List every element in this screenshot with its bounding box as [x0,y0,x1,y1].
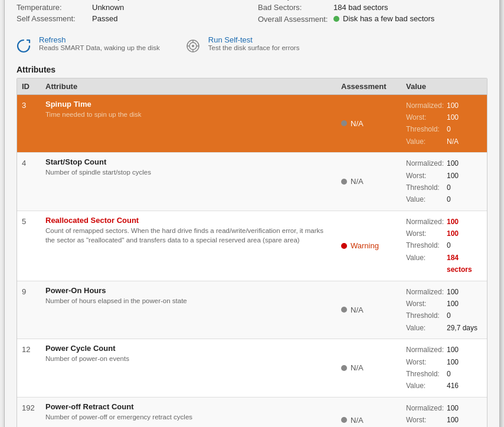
value-line: Threshold:0 [406,182,482,193]
value-line: Worst:100 [406,298,482,310]
powered-on-value: 29,7 days [92,0,125,1]
smart-dialog: 120 GB Solid-State Disk (ATA INTEL SSDSC… [4,0,500,427]
value-line: Worst:100 [406,228,482,239]
assessment-text: N/A [351,177,364,186]
cell-id: 192 [17,397,41,427]
value-line: Threshold:0 [406,123,482,135]
attribute-desc: Count of remapped sectors. When the hard… [45,226,332,245]
assessment-dot-icon [341,179,347,185]
cell-attribute: Reallocated Sector CountCount of remappe… [41,211,336,281]
overall-assessment-row: Overall Assessment: Disk has a few bad s… [258,13,487,25]
temperature-value: Unknown [92,3,124,12]
value-line: Normalized:100 [406,216,482,228]
svg-point-2 [192,45,194,47]
cell-value: Normalized:100Worst:100Threshold:0Value:… [401,339,487,398]
attribute-name: Power-off Retract Count [45,402,332,411]
assessment-dot-icon [341,243,347,249]
cell-value: Normalized:100Worst:100Threshold:0 [401,397,487,427]
attribute-desc: Number of power-off or emergency retract… [45,412,332,422]
table-row: 5Reallocated Sector CountCount of remapp… [17,211,487,281]
temperature-label: Temperature: [17,3,87,12]
value-line: Normalized:100 [406,402,482,414]
value-line: Value:0 [406,193,482,205]
bad-sectors-value: 184 bad sectors [333,3,388,12]
green-dot-icon [333,16,339,22]
attribute-desc: Number of power-on events [45,354,332,363]
value-line: Normalized:100 [406,100,482,111]
selftest-icon [184,37,202,55]
cell-assessment: N/A [336,153,401,211]
attributes-table: ID Attribute Assessment Value 3Spinup Ti… [17,78,487,427]
col-header-value: Value [401,78,487,95]
cell-attribute: Power Cycle CountNumber of power-on even… [41,339,336,398]
cell-id: 4 [17,153,41,211]
refresh-button[interactable]: Refresh Reads SMART Data, waking up the … [14,35,160,55]
cell-attribute: Power-off Retract CountNumber of power-o… [41,397,336,427]
cell-attribute: Power-On HoursNumber of hours elapsed in… [41,281,336,339]
value-line: Value:416 [406,380,482,392]
self-assessment-label: Self Assessment: [17,14,87,23]
self-assessment-row: Self Assessment: Passed [17,13,246,24]
value-line: Normalized:100 [406,286,482,298]
info-right: Self-tests: Completed OK Power Cycles: 4… [258,0,487,25]
attributes-heading: Attributes [5,63,499,78]
value-line: Value:29,7 days [406,322,482,334]
self-assessment-value: Passed [92,14,117,23]
bad-sectors-row: Bad Sectors: 184 bad sectors [258,2,487,13]
overall-assessment-label: Overall Assessment: [258,15,329,24]
value-line: Normalized:100 [406,157,482,169]
assessment-text: N/A [351,119,364,128]
table-header-row: ID Attribute Assessment Value [17,78,487,95]
col-header-attribute: Attribute [41,78,336,95]
value-line: Threshold:0 [406,239,482,251]
cell-assessment: N/A [336,94,401,153]
col-header-id: ID [17,78,41,95]
cell-assessment: N/A [336,339,401,398]
attributes-table-container: ID Attribute Assessment Value 3Spinup Ti… [17,78,487,427]
cell-value: Normalized:100Worst:100Threshold:0Value:… [401,153,487,211]
cell-assessment: N/A [336,397,401,427]
table-row: 192Power-off Retract CountNumber of powe… [17,397,487,427]
value-line: Worst:100 [406,356,482,368]
attribute-name: Start/Stop Count [45,157,332,166]
cell-value: Normalized:100Worst:100Threshold:0Value:… [401,281,487,339]
value-line: Threshold:0 [406,310,482,321]
selftest-title: Run Self-test [208,35,300,44]
value-line: Value:184 sectors [406,252,482,276]
refresh-icon [14,37,33,55]
attribute-desc: Time needed to spin up the disk [45,110,332,119]
powered-on-label: Powered On: [17,0,87,1]
attribute-desc: Number of spindle start/stop cycles [45,167,332,177]
actions-section: Refresh Reads SMART Data, waking up the … [5,31,499,63]
value-line: Normalized:100 [406,344,482,356]
assessment-text: N/A [351,416,364,425]
refresh-desc: Reads SMART Data, waking up the disk [39,44,160,51]
cell-value: Normalized:100Worst:100Threshold:0Value:… [401,211,487,281]
power-cycles-label: Power Cycles: [258,0,329,1]
assessment-dot-icon [341,365,347,371]
assessment-dot-icon [341,120,347,126]
col-header-assessment: Assessment [336,78,401,95]
value-line: Worst:100 [406,111,482,123]
overall-assessment-value: Disk has a few bad sectors [333,14,434,23]
assessment-text: N/A [351,306,364,314]
table-row: 3Spinup TimeTime needed to spin up the d… [17,94,487,153]
table-row: 12Power Cycle CountNumber of power-on ev… [17,339,487,398]
info-left: Updated: 11 minutes ago Powered On: 29,7… [17,0,246,25]
assessment-dot-icon [341,307,347,313]
attribute-name: Power Cycle Count [45,344,332,353]
assessment-text: Warning [351,241,379,250]
attribute-name: Power-On Hours [45,286,332,295]
value-line: Value:N/A [406,136,482,147]
value-line: Worst:100 [406,170,482,182]
power-cycles-value: 416 [333,0,346,1]
cell-attribute: Start/Stop CountNumber of spindle start/… [41,153,336,211]
info-section: Updated: 11 minutes ago Powered On: 29,7… [5,0,499,31]
table-row: 4Start/Stop CountNumber of spindle start… [17,153,487,211]
selftest-button[interactable]: Run Self-test Test the disk surface for … [184,35,300,55]
cell-id: 12 [17,339,41,398]
cell-attribute: Spinup TimeTime needed to spin up the di… [41,94,336,153]
bad-sectors-label: Bad Sectors: [258,3,329,12]
table-row: 9Power-On HoursNumber of hours elapsed i… [17,281,487,339]
cell-id: 5 [17,211,41,281]
